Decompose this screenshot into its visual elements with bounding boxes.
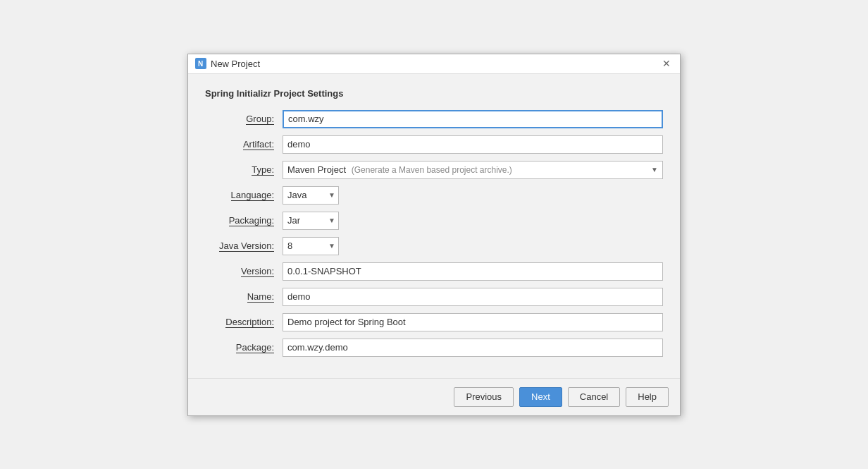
java-version-row: Java Version: 8 11 17 ▼ — [205, 237, 663, 255]
packaging-select[interactable]: Jar War — [283, 212, 339, 230]
package-label: Package: — [205, 342, 283, 353]
next-button[interactable]: Next — [519, 387, 562, 407]
type-label: Type: — [205, 164, 283, 175]
language-select-wrapper: Java Kotlin Groovy ▼ — [283, 186, 339, 205]
svg-text:N: N — [198, 60, 203, 68]
group-label: Group: — [205, 114, 283, 124]
group-input[interactable] — [283, 110, 663, 128]
packaging-label: Packaging: — [205, 215, 283, 226]
artifact-input[interactable] — [283, 135, 663, 154]
type-select[interactable]: Maven Project (Generate a Maven based pr… — [283, 161, 663, 179]
help-button[interactable]: Help — [626, 387, 669, 407]
dialog-title: New Project — [211, 59, 260, 69]
language-select[interactable]: Java Kotlin Groovy — [283, 186, 339, 205]
title-bar-left: N New Project — [195, 58, 260, 69]
type-dropdown-arrow: ▼ — [651, 166, 658, 173]
name-row: Name: — [205, 288, 663, 306]
java-version-select-wrapper: 8 11 17 ▼ — [283, 237, 339, 255]
dialog-footer: Previous Next Cancel Help — [188, 378, 680, 415]
previous-button[interactable]: Previous — [454, 387, 514, 407]
version-input[interactable] — [283, 262, 663, 281]
cancel-button[interactable]: Cancel — [568, 387, 620, 407]
description-label: Description: — [205, 317, 283, 327]
package-row: Package: — [205, 339, 663, 357]
language-row: Language: Java Kotlin Groovy ▼ — [205, 186, 663, 205]
section-title: Spring Initializr Project Settings — [205, 88, 663, 99]
java-version-label: Java Version: — [205, 240, 283, 251]
type-value: Maven Project — [287, 164, 346, 175]
version-row: Version: — [205, 262, 663, 281]
type-row: Type: Maven Project (Generate a Maven ba… — [205, 161, 663, 179]
new-project-dialog: N New Project ✕ Spring Initializr Projec… — [187, 54, 681, 416]
close-button[interactable]: ✕ — [660, 57, 673, 70]
version-label: Version: — [205, 266, 283, 276]
packaging-select-wrapper: Jar War ▼ — [283, 212, 339, 230]
package-input[interactable] — [283, 339, 663, 357]
description-row: Description: — [205, 313, 663, 331]
packaging-row: Packaging: Jar War ▼ — [205, 212, 663, 230]
dialog-body: Spring Initializr Project Settings Group… — [188, 74, 680, 378]
name-input[interactable] — [283, 288, 663, 306]
title-bar: N New Project ✕ — [188, 54, 680, 74]
group-row: Group: — [205, 110, 663, 128]
name-label: Name: — [205, 291, 283, 302]
type-desc: (Generate a Maven based project archive.… — [352, 165, 512, 175]
artifact-label: Artifact: — [205, 139, 283, 150]
language-label: Language: — [205, 190, 283, 200]
description-input[interactable] — [283, 313, 663, 331]
app-icon: N — [195, 58, 206, 69]
artifact-row: Artifact: — [205, 135, 663, 154]
java-version-select[interactable]: 8 11 17 — [283, 237, 339, 255]
